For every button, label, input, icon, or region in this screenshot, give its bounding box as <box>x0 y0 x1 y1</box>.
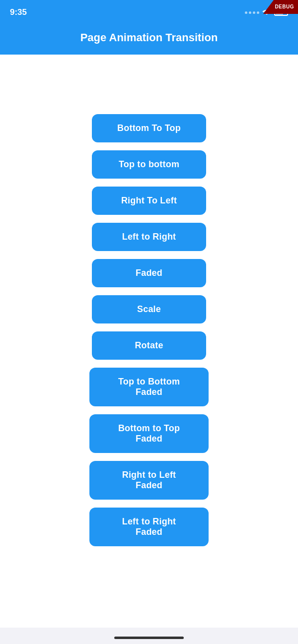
button-bottom-to-top-faded[interactable]: Bottom to Top Faded <box>89 414 209 453</box>
app-title: Page Animation Transition <box>80 31 218 44</box>
app-bar: Page Animation Transition <box>0 25 298 55</box>
button-bottom-to-top[interactable]: Bottom To Top <box>92 114 206 142</box>
button-left-to-right[interactable]: Left to Right <box>92 223 206 251</box>
button-left-to-right-faded[interactable]: Left to Right Faded <box>89 508 209 546</box>
main-content: Bottom To TopTop to bottomRight To LeftL… <box>0 55 298 628</box>
signal-dots-icon <box>245 11 259 14</box>
status-time: 9:35 <box>10 7 27 17</box>
status-bar: 9:35 DEBUG <box>0 0 298 25</box>
button-rotate[interactable]: Rotate <box>92 331 206 360</box>
button-right-to-left[interactable]: Right To Left <box>92 187 206 215</box>
button-faded[interactable]: Faded <box>92 259 206 287</box>
button-right-to-left-faded[interactable]: Right to Left Faded <box>89 461 209 500</box>
button-top-to-bottom-faded[interactable]: Top to Bottom Faded <box>89 368 209 406</box>
debug-badge: DEBUG <box>263 0 298 14</box>
button-scale[interactable]: Scale <box>92 295 206 323</box>
home-indicator <box>114 637 184 639</box>
button-top-to-bottom[interactable]: Top to bottom <box>92 150 206 179</box>
